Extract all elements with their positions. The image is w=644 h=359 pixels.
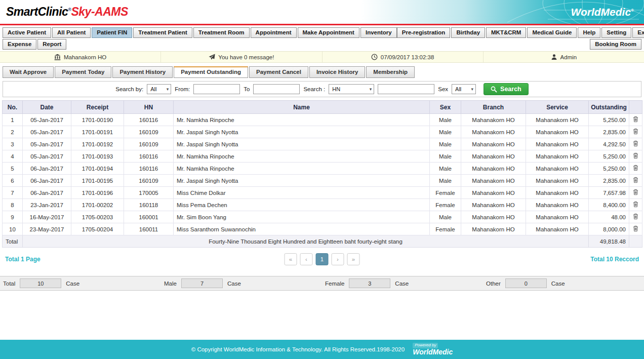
summary-male-value: 7 <box>181 278 223 288</box>
tab-treatment-room[interactable]: Treatment Room <box>193 27 250 38</box>
summary-group-female: Female3Case <box>322 278 483 288</box>
tab-make-appointment[interactable]: Make Appointment <box>298 27 359 38</box>
tab-report[interactable]: Report <box>37 39 66 50</box>
nav-row1-right: Pre-registrationBirthdayMKT&CRMMedical G… <box>397 27 644 38</box>
tab-help[interactable]: Help <box>578 27 600 38</box>
summary-group-other: Other0Case <box>483 278 644 288</box>
summary-total-value: 10 <box>20 278 61 288</box>
tab-active-patient[interactable]: Active Patient <box>3 27 51 38</box>
cell-no: 4 <box>3 150 23 163</box>
delete-row-button[interactable] <box>629 163 642 175</box>
cell-date: 23-May-2017 <box>23 223 71 235</box>
trash-icon <box>633 177 638 183</box>
subtab-invoice-history[interactable]: Invoice History <box>309 66 365 78</box>
cell-date: 05-Jan-2017 <box>23 138 71 150</box>
cell-name: Miss Pema Dechen <box>174 199 430 211</box>
delete-row-button[interactable] <box>629 223 642 235</box>
cell-service: Mahanakorn HO <box>526 199 589 211</box>
cell-hn: 160001 <box>124 211 174 223</box>
total-records-text: Total 10 Reccord <box>590 256 639 263</box>
from-date-input[interactable] <box>193 84 240 94</box>
search-button[interactable]: Search <box>484 83 529 95</box>
sex-label: Sex <box>438 86 448 92</box>
cell-hn: 160109 <box>124 126 174 138</box>
tab-birthday[interactable]: Birthday <box>451 27 485 38</box>
trash-icon <box>633 116 638 123</box>
nav-row1-left: Active PatientAll PatientPatient FINTrea… <box>3 27 397 38</box>
cell-sex: Male <box>430 126 461 138</box>
tab-treatment-patient[interactable]: Treatment Patient <box>133 27 192 38</box>
subtab-wait-approve[interactable]: Wait Approve <box>3 66 54 78</box>
message-text: You have 0 message! <box>218 54 274 60</box>
subtab-membership[interactable]: Membership <box>366 66 415 78</box>
cell-branch: Mahanakorn HO <box>461 175 526 187</box>
copyright-text: © Copyright WorldMedic Information & Tec… <box>191 346 405 352</box>
tab-appointment[interactable]: Appointment <box>251 27 297 38</box>
delete-row-button[interactable] <box>629 138 642 150</box>
tab-exit[interactable]: Exit <box>632 27 644 38</box>
to-date-input[interactable] <box>253 84 300 94</box>
delete-row-button[interactable] <box>629 199 642 211</box>
page-last-button[interactable]: » <box>347 253 360 265</box>
tab-medical-guide[interactable]: Medical Guide <box>527 27 577 38</box>
page-1-button[interactable]: 1 <box>316 253 329 265</box>
tab-expense[interactable]: Expense <box>3 39 36 50</box>
search-field-select[interactable]: HN▾ <box>329 84 374 94</box>
col-outstanding: Outstanding <box>589 101 629 114</box>
message-indicator[interactable]: You have 0 message! <box>161 52 322 62</box>
page-next-button[interactable]: › <box>332 253 344 265</box>
chevron-down-icon: ▾ <box>370 87 372 92</box>
delete-row-button[interactable] <box>629 187 642 199</box>
cell-service: Mahanakorn HO <box>526 114 589 126</box>
page-first-button[interactable]: « <box>285 253 297 265</box>
search-by-value: All <box>150 86 156 92</box>
cell-hn: 170005 <box>124 187 174 199</box>
delete-row-button[interactable] <box>629 126 642 138</box>
cell-branch: Mahanakorn HO <box>461 114 526 126</box>
page-prev-button[interactable]: ‹ <box>300 253 313 265</box>
subtab-payment-cancel[interactable]: Payment Cancel <box>249 66 308 78</box>
tab-booking-room[interactable]: Booking Room <box>590 39 641 50</box>
outstanding-table-wrap: No. Date Receipt HN Name Sex Branch Serv… <box>2 100 642 248</box>
subtab-payment-today[interactable]: Payment Today <box>55 66 111 78</box>
cell-branch: Mahanakorn HO <box>461 187 526 199</box>
sex-select[interactable]: All▾ <box>452 84 476 94</box>
col-service: Service <box>526 101 589 114</box>
user-indicator[interactable]: Admin <box>484 52 644 62</box>
cell-service: Mahanakorn HO <box>526 138 589 150</box>
cell-service: Mahanakorn HO <box>526 187 589 199</box>
col-date: Date <box>23 101 71 114</box>
delete-row-button[interactable] <box>629 150 642 163</box>
datetime-indicator: 07/09/2017 13:02:38 <box>323 52 484 62</box>
search-by-select[interactable]: All▾ <box>147 84 171 94</box>
cell-outstanding: 5,250.00 <box>589 150 629 163</box>
delete-row-button[interactable] <box>629 114 642 126</box>
cell-name: Mr. Jaspal Singh Nyotta <box>174 126 430 138</box>
subtab-payment-history[interactable]: Payment History <box>112 66 173 78</box>
tab-mkt-crm[interactable]: MKT&CRM <box>486 27 526 38</box>
delete-row-button[interactable] <box>629 211 642 223</box>
table-total-row: Total Fourty-Nine Thousand Eight Hundred… <box>3 235 642 248</box>
summary-other-suffix: Case <box>551 281 565 287</box>
tab-pre-registration[interactable]: Pre-registration <box>397 27 451 38</box>
cell-sex: Female <box>430 187 461 199</box>
total-amount: 49,818.48 <box>589 235 629 248</box>
table-row: 405-Jan-20171701-00193160116Mr. Namkha R… <box>3 150 642 163</box>
tab-setting[interactable]: Setting <box>601 27 631 38</box>
search-keyword-input[interactable] <box>378 84 434 94</box>
tab-all-patient[interactable]: All Patient <box>52 27 91 38</box>
tab-inventory[interactable]: Inventory <box>360 27 397 38</box>
tab-patient-fin[interactable]: Patient FIN <box>92 27 132 38</box>
cell-hn: 160116 <box>124 114 174 126</box>
worldmedic-logo: WorldMedic® <box>571 6 644 18</box>
delete-row-button[interactable] <box>629 175 642 187</box>
subtab-payment-outstanding[interactable]: Payment Outstanding <box>174 66 248 78</box>
summary-male-suffix: Case <box>227 281 241 287</box>
cell-branch: Mahanakorn HO <box>461 223 526 235</box>
powered-by-logo: Powered by WorldMedic <box>413 343 453 356</box>
pagination-row: Total 1 Page «‹1›» Total 10 Reccord <box>0 252 644 273</box>
search-by-label: Search by: <box>115 86 143 92</box>
search-panel: Search by: All▾ From: To Search : HN▾ Se… <box>3 81 641 97</box>
cell-outstanding: 4,292.50 <box>589 138 629 150</box>
table-row: 205-Jan-20171701-00191160109Mr. Jaspal S… <box>3 126 642 138</box>
